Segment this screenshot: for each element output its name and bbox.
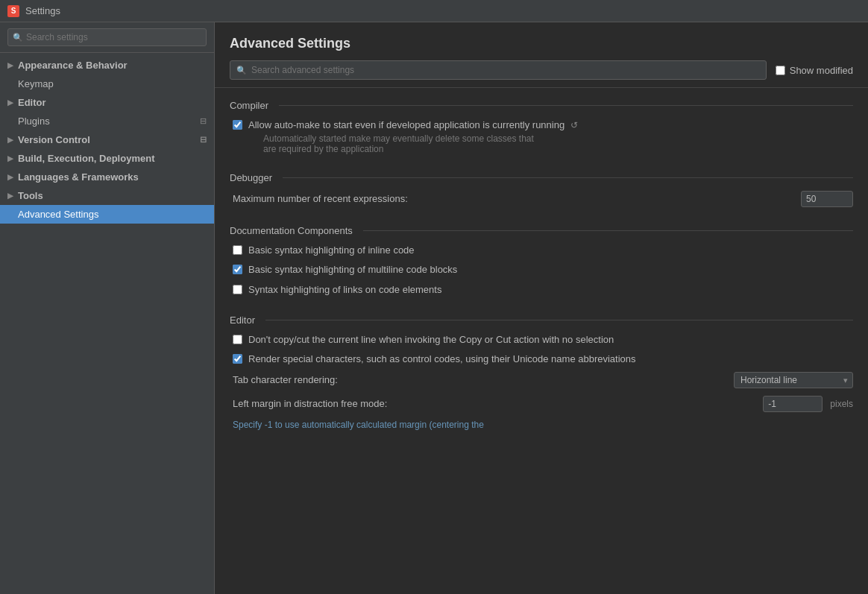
advanced-search-input[interactable] [230, 60, 767, 80]
left-margin-row: Left margin in distraction free mode: pi… [230, 396, 853, 412]
expand-arrow-build: ▶ [7, 154, 13, 162]
sidebar-search-container: 🔍 [0, 22, 214, 53]
show-modified-row: Show modified [776, 65, 853, 76]
main-panel: Advanced Settings 🔍 Show modified Compil… [215, 22, 868, 594]
compiler-section-title: Compiler [230, 100, 853, 111]
vc-badge: ⊟ [200, 135, 207, 145]
page-title: Advanced Settings [230, 36, 853, 51]
syntax-links-label: Syntax highlighting of links on code ele… [248, 283, 441, 297]
sidebar-item-editor[interactable]: ▶ Editor [0, 93, 214, 112]
expand-arrow-languages: ▶ [7, 173, 13, 181]
debugger-section: Debugger Maximum number of recent expres… [230, 172, 853, 207]
panel-header: Advanced Settings 🔍 Show modified [215, 22, 868, 88]
basic-syntax-inline-label: Basic syntax highlighting of inline code [248, 244, 415, 257]
show-modified-checkbox[interactable] [776, 66, 785, 75]
sidebar-navigation: ▶ Appearance & Behavior Keymap ▶ Editor … [0, 53, 214, 594]
sidebar-label-vc: Version Control [18, 134, 197, 145]
sidebar-item-advanced-settings[interactable]: Advanced Settings [0, 205, 214, 224]
basic-syntax-multiline-row: Basic syntax highlighting of multiline c… [230, 263, 853, 277]
specify-hint: Specify -1 to use automatically calculat… [230, 420, 853, 430]
left-margin-label: Left margin in distraction free mode: [233, 397, 755, 411]
sidebar-label-plugins: Plugins [18, 116, 197, 127]
tab-rendering-select-wrapper: Horizontal line Arrow None [734, 372, 853, 388]
sidebar-label-editor: Editor [18, 97, 207, 108]
tab-rendering-label: Tab character rendering: [233, 373, 726, 387]
sidebar-label-languages: Languages & Frameworks [18, 171, 207, 183]
compiler-section: Compiler Allow auto-make to start even i… [230, 100, 853, 154]
sidebar-item-tools[interactable]: ▶ Tools [0, 186, 214, 205]
render-special-label: Render special characters, such as contr… [248, 353, 636, 366]
max-expressions-row: Maximum number of recent expressions: [230, 191, 853, 207]
expand-arrow-tools: ▶ [7, 192, 13, 200]
syntax-links-checkbox[interactable] [233, 285, 242, 294]
main-content: 🔍 ▶ Appearance & Behavior Keymap ▶ Edito… [0, 22, 868, 594]
search-bar-row: 🔍 Show modified [230, 60, 853, 80]
window-title: Settings [25, 5, 60, 16]
debugger-section-title: Debugger [230, 172, 853, 183]
sidebar-label-appearance: Appearance & Behavior [18, 60, 207, 71]
sidebar: 🔍 ▶ Appearance & Behavior Keymap ▶ Edito… [0, 22, 215, 594]
sidebar-label-build: Build, Execution, Deployment [18, 153, 207, 164]
plugins-badge: ⊟ [200, 116, 207, 126]
no-copy-cut-row: Don't copy/cut the current line when inv… [230, 333, 853, 347]
no-copy-cut-checkbox[interactable] [233, 335, 242, 344]
sidebar-item-build[interactable]: ▶ Build, Execution, Deployment [0, 149, 214, 168]
search-icon: 🔍 [236, 66, 247, 75]
search-wrapper: 🔍 [230, 60, 767, 80]
sidebar-item-keymap[interactable]: Keymap [0, 75, 214, 93]
auto-make-reset-icon[interactable]: ↺ [570, 120, 578, 130]
sidebar-search-input[interactable] [7, 28, 207, 46]
sidebar-label-tools: Tools [18, 190, 207, 201]
max-expressions-input[interactable] [801, 191, 853, 207]
basic-syntax-multiline-checkbox[interactable] [233, 265, 242, 274]
sidebar-search-icon: 🔍 [13, 33, 23, 42]
pixels-label: pixels [830, 399, 853, 409]
sidebar-item-plugins[interactable]: Plugins ⊟ [0, 112, 214, 130]
tab-rendering-row: Tab character rendering: Horizontal line… [230, 372, 853, 388]
panel-body: Compiler Allow auto-make to start even i… [215, 88, 868, 460]
expand-arrow-appearance: ▶ [7, 61, 13, 69]
documentation-section-title: Documentation Components [230, 225, 853, 236]
documentation-section: Documentation Components Basic syntax hi… [230, 225, 853, 297]
editor-section: Editor Don't copy/cut the current line w… [230, 315, 853, 430]
basic-syntax-inline-checkbox[interactable] [233, 245, 242, 255]
title-bar: S Settings [0, 0, 868, 22]
sidebar-item-appearance[interactable]: ▶ Appearance & Behavior [0, 56, 214, 75]
max-expressions-label: Maximum number of recent expressions: [233, 192, 793, 206]
auto-make-row: Allow auto-make to start even if develop… [230, 119, 853, 154]
left-margin-input[interactable] [763, 396, 823, 412]
render-special-checkbox[interactable] [233, 354, 242, 364]
auto-make-content: Allow auto-make to start even if develop… [248, 119, 578, 154]
auto-make-label: Allow auto-make to start even if develop… [248, 119, 564, 130]
basic-syntax-multiline-label: Basic syntax highlighting of multiline c… [248, 263, 457, 277]
sidebar-label-keymap: Keymap [18, 78, 207, 89]
no-copy-cut-label: Don't copy/cut the current line when inv… [248, 333, 614, 347]
auto-make-checkbox[interactable] [233, 120, 242, 130]
auto-make-description: Automatically started make may eventuall… [248, 133, 578, 154]
tab-rendering-select[interactable]: Horizontal line Arrow None [734, 372, 853, 388]
sidebar-item-languages[interactable]: ▶ Languages & Frameworks [0, 168, 214, 186]
app-icon: S [7, 5, 19, 17]
render-special-row: Render special characters, such as contr… [230, 353, 853, 366]
syntax-links-row: Syntax highlighting of links on code ele… [230, 283, 853, 297]
show-modified-label: Show modified [790, 65, 853, 76]
expand-arrow-vc: ▶ [7, 136, 13, 144]
expand-arrow-editor: ▶ [7, 98, 13, 107]
sidebar-label-advanced: Advanced Settings [18, 209, 207, 220]
sidebar-item-version-control[interactable]: ▶ Version Control ⊟ [0, 130, 214, 149]
basic-syntax-inline-row: Basic syntax highlighting of inline code [230, 244, 853, 257]
editor-section-title: Editor [230, 315, 853, 326]
